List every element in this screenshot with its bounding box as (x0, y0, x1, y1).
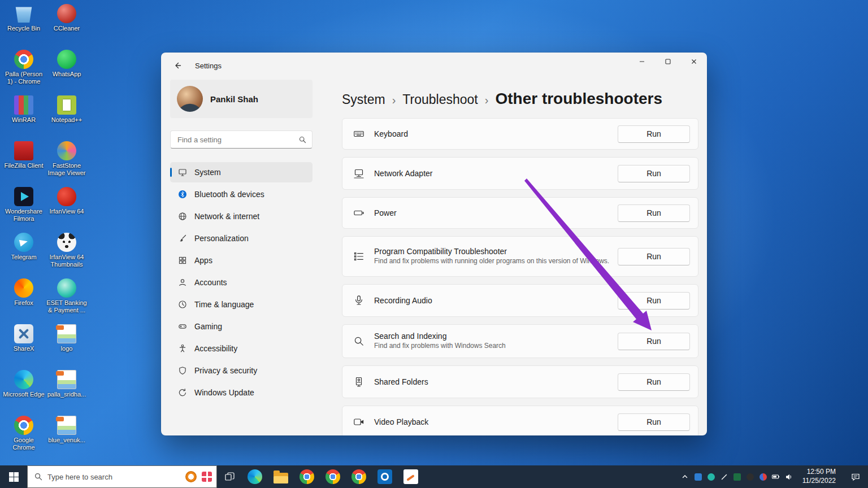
desktop-icon-irfanview-thumbnails[interactable]: IrfanView 64 Thumbnails (45, 230, 88, 276)
close-button[interactable] (681, 53, 707, 71)
desktop-icon-label: ESET Banking & Payment ... (46, 299, 88, 313)
taskbar-app-chrome-1[interactable] (294, 465, 320, 488)
sidebar-item-time-language[interactable]: Time & language (170, 294, 313, 315)
profile-card[interactable]: Pankil Shah (170, 80, 313, 118)
troubleshooter-name: Network Adapter (374, 169, 433, 178)
breadcrumb-system[interactable]: System (342, 92, 385, 107)
run-button-program-compatibility[interactable]: Run (618, 248, 690, 265)
run-button-power[interactable]: Run (618, 204, 690, 222)
jpg-file-icon (57, 416, 76, 435)
sidebar-item-personalization[interactable]: Personalization (170, 228, 313, 249)
desktop-icon-blue-venuk-file[interactable]: blue_venuk... (45, 413, 88, 459)
taskbar-search-box[interactable]: Type here to search (27, 465, 217, 488)
network-adapter-icon (353, 167, 365, 180)
selected-accent-bar (170, 168, 172, 177)
desktop-icon-firefox[interactable]: Firefox (2, 276, 45, 321)
tray-app-icon-green[interactable] (732, 472, 742, 482)
edge-icon (248, 469, 262, 484)
desktop-icon-label: WinRAR (12, 116, 36, 124)
sidebar-item-accounts[interactable]: Accounts (170, 272, 313, 293)
sidebar-item-gaming[interactable]: Gaming (170, 316, 313, 337)
telegram-icon (14, 233, 33, 252)
page-title: Other troubleshooters (495, 90, 662, 108)
notification-icon (851, 472, 860, 481)
clock-time: 12:50 PM (807, 468, 836, 477)
sidebar-item-system[interactable]: System (170, 162, 313, 182)
desktop-icon-filmora[interactable]: Wondershare Filmora (2, 184, 45, 230)
battery-icon[interactable] (771, 472, 781, 482)
desktop-icon-label: logo (61, 345, 73, 352)
taskbar-app-chrome-3[interactable] (346, 465, 372, 488)
desktop-icon-microsoft-edge[interactable]: Microsoft Edge (2, 367, 45, 413)
sidebar-item-bluetooth-devices[interactable]: Bluetooth & devices (170, 184, 313, 204)
minimize-button[interactable] (629, 53, 655, 71)
run-button-network-adapter[interactable]: Run (618, 165, 690, 182)
maximize-button[interactable] (655, 53, 681, 71)
tray-app-icon-teal[interactable] (706, 472, 716, 482)
back-button[interactable] (169, 57, 186, 74)
desktop-icon-label: Telegram (11, 254, 36, 261)
desktop-icon-chrome-profile[interactable]: Palla (Person 1) - Chrome (2, 47, 45, 93)
desktop-icon-filezilla[interactable]: FileZilla Client (2, 138, 45, 184)
run-button-video-playback[interactable]: Run (618, 413, 690, 431)
run-button-keyboard[interactable]: Run (618, 125, 690, 143)
taskbar-app-outlook[interactable] (372, 465, 398, 488)
desktop-icon-google-chrome[interactable]: Google Chrome (2, 413, 45, 459)
png-file-icon (57, 370, 76, 389)
desktop-icon-faststone[interactable]: FastStone Image Viewer (45, 138, 88, 184)
settings-search-box[interactable] (170, 130, 313, 149)
run-button-shared-folders[interactable]: Run (618, 373, 690, 391)
winrar-icon (14, 95, 33, 115)
editor-icon (403, 469, 418, 484)
sidebar-item-accessibility[interactable]: Accessibility (170, 338, 313, 359)
taskbar-clock[interactable]: 12:50 PM 11/25/2022 (797, 468, 841, 485)
eset-banking-icon (57, 278, 76, 298)
sidebar-item-windows-update[interactable]: Windows Update (170, 382, 313, 403)
titlebar: Settings (161, 53, 707, 79)
hidden-icons-chevron[interactable] (680, 472, 690, 482)
desktop-icon-winrar[interactable]: WinRAR (2, 93, 45, 138)
desktop-icon-notepadpp[interactable]: Notepad++ (45, 93, 88, 138)
taskbar-app-edge[interactable] (242, 465, 268, 488)
action-center-button[interactable] (844, 472, 867, 481)
sidebar-item-apps[interactable]: Apps (170, 250, 313, 271)
run-button-recording-audio[interactable]: Run (618, 292, 690, 310)
maximize-icon (665, 59, 671, 64)
notepadpp-icon (57, 95, 76, 115)
tray-app-icon-multicolor[interactable] (758, 472, 768, 482)
shared-folders-icon (353, 376, 365, 388)
volume-icon[interactable] (784, 472, 794, 482)
desktop-icon-logo-file[interactable]: logo (45, 321, 88, 367)
desktop-icon-recycle-bin[interactable]: Recycle Bin (2, 1, 45, 47)
desktop-icon-eset-banking[interactable]: ESET Banking & Payment ... (45, 276, 88, 321)
run-button-search-indexing[interactable]: Run (618, 333, 690, 350)
sidebar-item-network-internet[interactable]: Network & internet (170, 206, 313, 226)
start-button[interactable] (0, 465, 27, 488)
taskbar-app-file-explorer[interactable] (268, 465, 294, 488)
bluetooth-icon (177, 190, 187, 199)
irfanview-icon (57, 187, 76, 206)
sidebar-item-privacy-security[interactable]: Privacy & security (170, 360, 313, 381)
settings-search-input[interactable] (176, 135, 299, 145)
desktop-icon-palla-sridha-file[interactable]: palla_sridha... (45, 367, 88, 413)
filezilla-icon (14, 141, 33, 160)
desktop-icon-irfanview[interactable]: IrfanView 64 (45, 184, 88, 230)
task-view-button[interactable] (217, 465, 242, 488)
desktop-icon-sharex[interactable]: ShareX (2, 321, 45, 367)
search-highlight-gift-icon[interactable] (202, 472, 212, 482)
desktop-icon-ccleaner[interactable]: CCleaner (45, 1, 88, 47)
breadcrumb-troubleshoot[interactable]: Troubleshoot (402, 92, 478, 107)
search-icon (34, 473, 42, 481)
tray-app-icon-blue[interactable] (693, 472, 703, 482)
desktop-icon-whatsapp[interactable]: WhatsApp (45, 47, 88, 93)
taskbar-app-chrome-2[interactable] (320, 465, 346, 488)
desktop-icon-telegram[interactable]: Telegram (2, 230, 45, 276)
troubleshooter-name: Program Compatibility Troubleshooter (374, 247, 609, 256)
tray-pen-icon[interactable] (719, 472, 729, 482)
system-tray: 12:50 PM 11/25/2022 (680, 465, 868, 488)
tray-app-icon-dark[interactable] (745, 472, 755, 482)
png-file-icon (57, 324, 76, 343)
search-highlight-clock-icon[interactable] (185, 471, 197, 482)
sidebar-item-label: Gaming (194, 322, 222, 331)
taskbar-app-editor[interactable] (398, 465, 424, 488)
